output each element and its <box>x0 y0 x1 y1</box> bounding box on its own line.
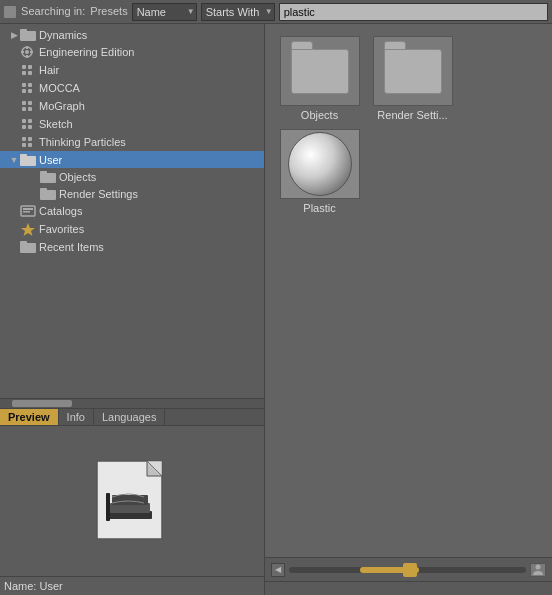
toggle-favorites: ▶ <box>8 224 20 234</box>
tree-item-label-user: User <box>39 154 62 166</box>
ruler: 0 5 10 15 20 25 30 35 40 45 50 55 60 <box>265 581 552 595</box>
svg-rect-15 <box>28 89 32 93</box>
thumb-box-objects <box>280 36 360 106</box>
sphere-thumb-plastic <box>288 132 352 196</box>
svg-rect-14 <box>22 89 26 93</box>
tree-item-recentitems[interactable]: ▶ Recent Items <box>0 238 264 255</box>
folder-icon-dynamics <box>20 28 36 41</box>
catalog-icon <box>20 204 36 218</box>
svg-marker-37 <box>21 223 35 236</box>
tree-item-label-recentitems: Recent Items <box>39 241 104 253</box>
slider-track[interactable] <box>289 567 526 573</box>
icon-thinking <box>20 135 36 149</box>
tree-item-label-dynamics: Dynamics <box>39 29 87 41</box>
tree-item-sketch[interactable]: ▶ Sketch <box>0 115 264 133</box>
name-label: Name: User <box>0 576 264 595</box>
tree-item-user[interactable]: ▼ User <box>0 151 264 168</box>
toggle-recentitems: ▶ <box>8 242 20 252</box>
tree-item-label-thinking: Thinking Particles <box>39 136 126 148</box>
tree-item-favorites[interactable]: ▶ Favorites <box>0 220 264 238</box>
svg-rect-29 <box>20 154 27 158</box>
preview-panel: Preview Info Languages <box>0 408 264 595</box>
thumb-item-objects[interactable]: Objects <box>277 36 362 121</box>
tree-item-mograph[interactable]: ▶ MoGraph <box>0 97 264 115</box>
method-dropdown-wrapper: Starts With Contains Ends With ▼ <box>201 3 275 21</box>
svg-rect-25 <box>28 137 32 141</box>
toggle-sketch: ▶ <box>8 119 20 129</box>
tree-item-engineering[interactable]: ▶ Engineering Edition <box>0 43 264 61</box>
thumbnails-area: Objects Render Setti... Plastic <box>265 24 552 557</box>
folder-thumb-body-rendersettings <box>384 49 442 94</box>
tree-area[interactable]: ▶ Dynamics ▶ Engineering Edition ▶ <box>0 24 264 398</box>
tree-item-objects[interactable]: ▶ Objects <box>0 168 264 185</box>
tree-item-label-rendersettings: Render Settings <box>59 188 138 200</box>
toggle-rendersettings: ▶ <box>28 189 40 199</box>
toggle-user: ▼ <box>8 155 20 165</box>
thumb-box-plastic <box>280 129 360 199</box>
search-input[interactable] <box>279 3 548 21</box>
svg-rect-23 <box>28 125 32 129</box>
preset-icon <box>4 6 16 18</box>
slider-handle[interactable] <box>403 563 417 577</box>
svg-rect-20 <box>22 119 26 123</box>
folder-icon-recentitems <box>20 240 36 253</box>
tree-item-mocca[interactable]: ▶ MOCCA <box>0 79 264 97</box>
toggle-catalogs: ▶ <box>8 206 20 216</box>
tree-item-rendersettings[interactable]: ▶ Render Settings <box>0 185 264 202</box>
search-bar: Searching in: Presets Name Tag Category … <box>0 0 552 24</box>
star-icon <box>20 222 36 236</box>
filter-dropdown[interactable]: Name Tag Category <box>132 3 197 21</box>
horizontal-scrollbar[interactable] <box>0 398 264 408</box>
svg-rect-39 <box>20 241 27 245</box>
tree-item-catalogs[interactable]: ▶ Catalogs <box>0 202 264 220</box>
svg-rect-33 <box>40 188 47 192</box>
preview-tabs: Preview Info Languages <box>0 409 264 426</box>
right-panel: Objects Render Setti... Plastic <box>265 24 552 595</box>
svg-rect-5 <box>26 55 28 58</box>
svg-rect-35 <box>23 208 33 210</box>
slider-left-icon: ◀ <box>275 565 281 574</box>
folder-thumb-rendersettings <box>384 49 442 94</box>
toggle-hair: ▶ <box>8 65 20 75</box>
icon-hair <box>20 63 36 77</box>
slider-left-button[interactable]: ◀ <box>271 563 285 577</box>
filter-dropdown-wrapper: Name Tag Category ▼ <box>132 3 197 21</box>
svg-point-3 <box>25 50 29 54</box>
thumb-label-objects: Objects <box>301 109 338 121</box>
tree-item-hair[interactable]: ▶ Hair <box>0 61 264 79</box>
toggle-objects: ▶ <box>28 172 40 182</box>
tree-item-label-mograph: MoGraph <box>39 100 85 112</box>
tree-item-thinking[interactable]: ▶ Thinking Particles <box>0 133 264 151</box>
tree-item-dynamics[interactable]: ▶ Dynamics <box>0 26 264 43</box>
thumb-box-rendersettings <box>373 36 453 106</box>
tree-item-label-engineering: Engineering Edition <box>39 46 134 58</box>
method-dropdown[interactable]: Starts With Contains Ends With <box>201 3 275 21</box>
hscroll-thumb[interactable] <box>12 400 72 407</box>
toggle-dynamics: ▶ <box>8 30 20 40</box>
tree-item-label-sketch: Sketch <box>39 118 73 130</box>
folder-icon-rendersettings <box>40 187 56 200</box>
toggle-thinking: ▶ <box>8 137 20 147</box>
svg-rect-24 <box>22 137 26 141</box>
preview-doc-svg <box>92 459 172 544</box>
folder-icon-objects <box>40 170 56 183</box>
thumb-label-rendersettings: Render Setti... <box>377 109 447 121</box>
svg-rect-16 <box>22 101 26 105</box>
icon-mocca <box>20 81 36 95</box>
thumb-item-rendersettings[interactable]: Render Setti... <box>370 36 455 121</box>
tab-languages[interactable]: Languages <box>94 409 165 425</box>
svg-rect-17 <box>28 101 32 105</box>
svg-rect-21 <box>28 119 32 123</box>
tree-item-label-catalogs: Catalogs <box>39 205 82 217</box>
toggle-mocca: ▶ <box>8 83 20 93</box>
tree-item-label-objects: Objects <box>59 171 96 183</box>
tab-info[interactable]: Info <box>59 409 94 425</box>
svg-point-47 <box>536 564 541 569</box>
tab-preview[interactable]: Preview <box>0 409 59 425</box>
svg-rect-27 <box>28 143 32 147</box>
svg-rect-22 <box>22 125 26 129</box>
icon-mograph <box>20 99 36 113</box>
thumb-item-plastic[interactable]: Plastic <box>277 129 362 214</box>
svg-rect-26 <box>22 143 26 147</box>
svg-rect-13 <box>28 83 32 87</box>
